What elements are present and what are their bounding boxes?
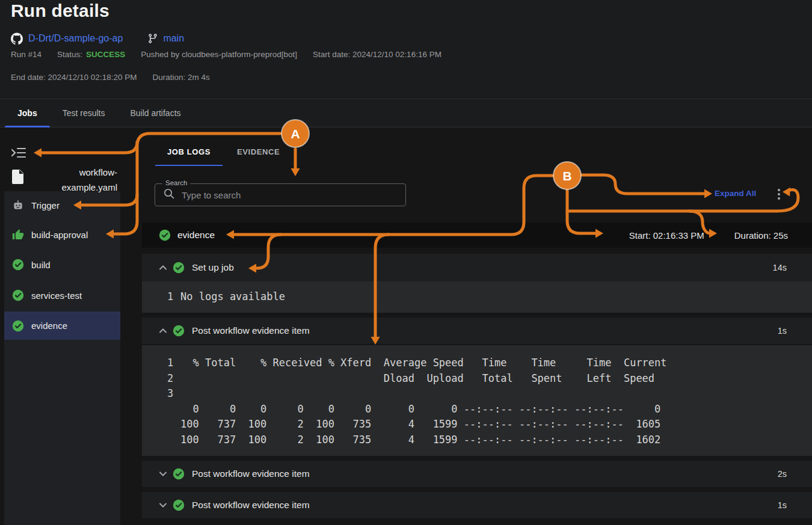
tab-job-logs[interactable]: JOB LOGS [155,146,223,166]
log-line-text: % Total % Received % Xferd Average Speed… [180,355,667,371]
log-block: 1 No logs available [142,281,812,313]
main-tabbar: Jobs Test results Build artifacts [0,99,812,127]
step-row-post-workflow-evidence-3[interactable]: Post workflow evidence item 1s [142,492,812,518]
workflow-file-name[interactable]: workflow-example.yaml [31,165,117,195]
end-date: End date: 2024/12/10 02:18:20 PM [11,73,137,82]
check-circle-icon [12,320,24,332]
log-line-text: 100 737 100 2 100 735 4 1599 --:--:-- --… [180,432,660,448]
sidebar-item-label: services-test [31,290,82,301]
job-name: evidence [177,230,215,241]
search-field[interactable]: Search [155,183,406,206]
log-line-number [167,432,173,448]
step-name: Post workflow evidence item [192,500,310,511]
branch-link[interactable]: main [163,33,184,44]
log-line-number [167,402,173,417]
expand-all-link[interactable]: Expand All [715,189,756,198]
file-icon [12,170,23,186]
repo-row: D-Drt/D-sample-go-ap main [11,32,184,45]
git-branch-icon [147,32,159,45]
sidebar-item-trigger[interactable]: Trigger [4,192,120,218]
check-circle-icon [173,468,185,480]
check-circle-icon [159,229,171,241]
log-line-text: 0 0 0 0 0 0 0 0 --:--:-- --:--:-- --:--:… [180,402,660,417]
log-line-number: 2 [167,371,173,387]
log-line: 100 737 100 2 100 735 4 1599 --:--:-- --… [142,417,812,432]
tab-build-artifacts[interactable]: Build artifacts [118,99,194,127]
check-circle-icon [12,259,24,271]
sidebar-item-label: Trigger [31,200,60,210]
kebab-menu-icon[interactable] [774,186,784,203]
log-line: 1 % Total % Received % Xferd Average Spe… [142,355,812,371]
step-row-set-up-job[interactable]: Set up job 14s [142,254,812,281]
pushed-by: Pushed by cloudbees-platform-preprod[bot… [141,50,297,59]
check-circle-icon [12,289,24,301]
log-block: 1 % Total % Received % Xferd Average Spe… [142,345,812,456]
step-row-post-workflow-evidence-2[interactable]: Post workflow evidence item 2s [142,461,812,487]
sidebar-item-evidence[interactable]: evidence [4,312,120,340]
log-line: 3 [142,386,812,402]
run-details-page: Run details D-Drt/D-sample-go-ap main Ru… [0,0,812,525]
sidebar-item-services-test[interactable]: services-test [4,282,120,309]
step-duration: 1s [778,326,787,336]
chevron-down-icon[interactable] [159,500,167,511]
step-name: Set up job [192,262,234,273]
page-title: Run details [11,1,109,21]
job-panel-tabbar: JOB LOGS EVIDENCE [155,146,292,166]
log-line-number: 1 [167,289,173,305]
log-line-text: No logs available [180,289,285,305]
start-date: Start date: 2024/12/10 02:16:16 PM [313,50,441,59]
step-row-post-workflow-evidence-1[interactable]: Post workflow evidence item 1s [142,318,812,344]
robot-icon [12,199,24,211]
log-line: 1 No logs available [142,289,812,305]
check-circle-icon [173,499,185,511]
sidebar-item-build[interactable]: build [4,251,120,278]
run-meta-row-2: End date: 2024/12/10 02:18:20 PM Duratio… [11,73,210,82]
tab-jobs[interactable]: Jobs [5,99,50,127]
sidebar-item-label: build [31,260,51,270]
search-icon [163,188,175,202]
collapse-sidebar-icon[interactable] [11,146,26,160]
job-start-time: Start: 02:16:33 PM [629,230,704,241]
check-circle-icon [173,262,185,274]
search-input[interactable] [182,190,398,200]
chevron-up-icon[interactable] [159,262,167,273]
log-line-text: 100 737 100 2 100 735 4 1599 --:--:-- --… [180,417,660,432]
sidebar-item-label: build-approval [31,230,88,240]
check-circle-icon [173,325,185,337]
run-duration: Duration: 2m 4s [152,73,209,82]
search-field-label: Search [162,179,190,186]
log-line-number [167,417,173,432]
job-duration: Duration: 25s [734,230,788,241]
status-label: Status: [57,50,82,59]
step-duration: 1s [778,500,787,510]
thumb-up-icon [12,229,24,241]
chevron-up-icon[interactable] [159,325,167,336]
log-line: 100 737 100 2 100 735 4 1599 --:--:-- --… [142,432,812,448]
job-header-row[interactable]: evidence Start: 02:16:33 PM Duration: 25… [142,223,812,248]
sidebar-item-label: evidence [31,321,67,331]
step-duration: 14s [773,263,787,272]
status-badge: SUCCESS [86,50,125,59]
step-name: Post workflow evidence item [192,325,310,336]
log-line-number: 1 [167,355,173,371]
tab-test-results[interactable]: Test results [50,99,118,127]
log-line: 0 0 0 0 0 0 0 0 --:--:-- --:--:-- --:--:… [142,402,812,417]
tab-evidence[interactable]: EVIDENCE [225,146,292,166]
log-line: 2 Dload Upload Total Spent Left Speed [142,371,812,387]
chevron-down-icon[interactable] [159,468,167,479]
log-line-text: Dload Upload Total Spent Left Speed [180,371,654,387]
github-icon [11,32,23,45]
sidebar-item-build-approval[interactable]: build-approval [4,221,120,248]
run-number: Run #14 [11,50,42,59]
step-duration: 2s [778,469,787,479]
run-meta-row: Run #14 Status: SUCCESS Pushed by cloudb… [11,50,441,59]
repo-link[interactable]: D-Drt/D-sample-go-ap [28,33,123,44]
step-name: Post workflow evidence item [192,468,310,479]
log-line-number: 3 [167,386,173,402]
